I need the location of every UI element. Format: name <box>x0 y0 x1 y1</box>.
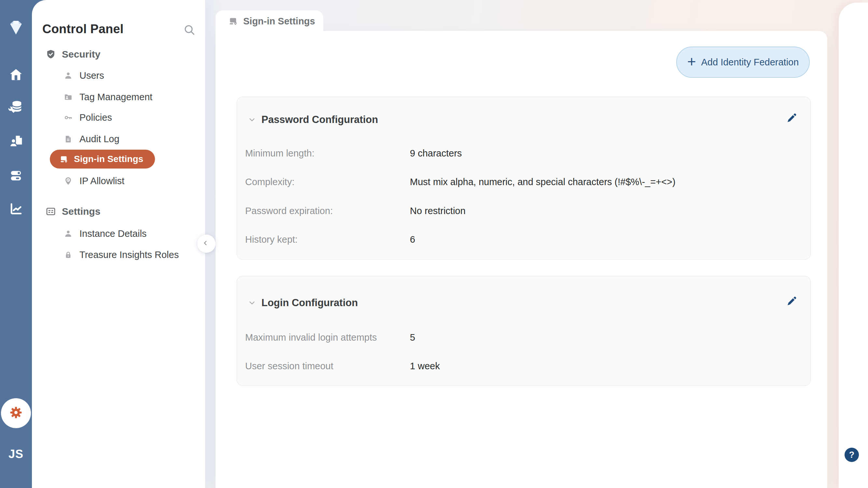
sidebar-section-security[interactable]: Security <box>32 47 205 62</box>
field-label: Minimum length: <box>245 148 410 159</box>
plus-icon: + <box>687 54 696 69</box>
home-icon <box>8 67 24 84</box>
user-avatar[interactable]: JS <box>0 446 32 462</box>
rail-item-control-panel-active[interactable] <box>1 398 31 428</box>
sidebar-item-ip-allowlist[interactable]: IP IP Allowlist <box>32 173 205 188</box>
treasure-data-logo[interactable] <box>0 20 32 38</box>
rail-item-profiles[interactable] <box>0 133 32 151</box>
rail-item-home[interactable] <box>0 66 32 85</box>
field-row-complexity: Complexity: Must mix alpha, numeric, and… <box>245 175 797 189</box>
section-label: Settings <box>62 206 100 217</box>
field-row-minimum-length: Minimum length: 9 characters <box>245 146 797 160</box>
add-identity-federation-label: Add Identity Federation <box>701 57 799 68</box>
field-row-history-kept: History kept: 6 <box>245 232 797 247</box>
sidebar-item-label: Policies <box>80 112 112 123</box>
sidebar-section-settings[interactable]: Settings <box>32 204 205 219</box>
folder-user-icon <box>64 93 72 101</box>
tab-sign-in-settings[interactable]: Sign-in Settings <box>216 10 323 32</box>
card-title: Login Configuration <box>261 297 358 309</box>
user-icon <box>64 229 72 238</box>
sidebar-item-treasure-insights-roles[interactable]: Treasure Insights Roles <box>32 247 205 262</box>
sidebar-item-label: Treasure Insights Roles <box>80 250 179 260</box>
sidebar-item-label: Users <box>80 70 104 81</box>
sidebar-item-label: Audit Log <box>80 134 120 144</box>
sidebar-item-label: IP Allowlist <box>80 176 124 187</box>
field-label: User session timeout <box>245 361 410 371</box>
field-value: No restriction <box>410 206 466 216</box>
sign-in-settings-icon <box>228 17 238 26</box>
sidebar-title: Control Panel <box>42 22 124 36</box>
sidebar-item-policies[interactable]: Policies <box>32 110 205 125</box>
search-button[interactable] <box>182 24 197 38</box>
sidebar-item-instance-details[interactable]: Instance Details <box>32 226 205 241</box>
key-icon <box>64 113 72 122</box>
sidebar-item-audit-log[interactable]: Audit Log <box>32 131 205 147</box>
collapse-chevron-down-icon[interactable] <box>248 299 256 307</box>
person-document-icon <box>8 134 24 150</box>
line-chart-icon <box>8 201 24 218</box>
field-label: Complexity: <box>245 177 410 187</box>
field-label: History kept: <box>245 234 410 245</box>
section-label: Security <box>62 49 100 60</box>
gear-icon <box>6 403 25 423</box>
login-configuration-card: Login Configuration Maximum invalid logi… <box>237 276 811 386</box>
field-label: Password expiration: <box>245 206 410 216</box>
sidebar-collapse-button[interactable] <box>197 234 216 253</box>
tab-label: Sign-in Settings <box>243 16 315 27</box>
control-panel-screen: JS Control Panel Security <box>0 0 868 488</box>
add-identity-federation-button[interactable]: + Add Identity Federation <box>676 46 810 78</box>
sidebar-item-label: Sign-in Settings <box>74 154 143 164</box>
help-button[interactable]: ? <box>844 448 859 462</box>
field-label: Maximum invalid login attempts <box>245 332 410 343</box>
database-wrench-icon <box>8 99 24 116</box>
sidebar: Control Panel Security <box>32 0 205 488</box>
field-value: Must mix alpha, numeric, and special cha… <box>410 177 676 187</box>
segments-icon <box>8 168 24 185</box>
field-value: 1 week <box>410 361 440 371</box>
collapse-chevron-down-icon[interactable] <box>248 116 256 124</box>
ip-pin-icon: IP <box>64 177 72 186</box>
right-peek-panel <box>839 3 868 488</box>
field-value: 6 <box>410 234 415 245</box>
search-icon <box>183 24 196 38</box>
sidebar-item-users[interactable]: Users <box>32 68 205 83</box>
diamond-logo-icon <box>6 19 25 39</box>
document-icon <box>64 135 72 143</box>
rail-item-data-management[interactable] <box>0 98 32 117</box>
chevron-left-icon <box>202 239 209 248</box>
rail-item-segments[interactable] <box>0 167 32 186</box>
edit-login-configuration-icon[interactable] <box>786 295 797 307</box>
password-configuration-card: Password Configuration Minimum length: 9… <box>237 97 811 260</box>
svg-text:IP: IP <box>67 178 69 181</box>
field-value: 5 <box>410 332 415 343</box>
settings-card-icon <box>45 206 56 217</box>
user-icon <box>64 71 72 80</box>
edit-password-configuration-icon[interactable] <box>786 112 797 124</box>
rail-item-analytics[interactable] <box>0 200 32 219</box>
sign-in-settings-icon <box>60 155 68 164</box>
field-row-user-session-timeout: User session timeout 1 week <box>245 359 797 373</box>
card-title: Password Configuration <box>261 114 378 126</box>
field-row-max-invalid-login-attempts: Maximum invalid login attempts 5 <box>245 330 797 345</box>
sidebar-item-label: Instance Details <box>80 228 147 239</box>
sidebar-item-sign-in-settings-active[interactable]: Sign-in Settings <box>50 150 155 168</box>
sidebar-item-tag-management[interactable]: Tag Management <box>32 90 205 104</box>
question-mark-icon: ? <box>849 450 855 460</box>
sidebar-item-label: Tag Management <box>80 92 152 102</box>
shield-check-icon <box>45 49 56 60</box>
lock-icon <box>64 251 72 259</box>
field-row-password-expiration: Password expiration: No restriction <box>245 204 797 218</box>
field-value: 9 characters <box>410 148 462 159</box>
